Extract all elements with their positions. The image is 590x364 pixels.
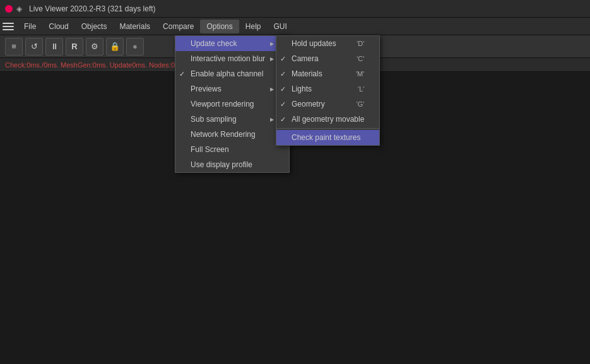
close-btn[interactable] bbox=[5, 5, 13, 13]
shortcut-label: 'C' bbox=[357, 55, 364, 62]
toolbar-menu-btn[interactable]: ≡ bbox=[5, 38, 23, 56]
shortcut-label: 'L' bbox=[358, 85, 364, 93]
menu-item-label: Previews bbox=[191, 85, 221, 93]
menu-item-use-display-profile[interactable]: Use display profile bbox=[175, 157, 289, 172]
checkmark-icon: ✓ bbox=[280, 70, 286, 78]
menu-item-label: Sub sampling bbox=[191, 115, 237, 124]
menu-item-camera[interactable]: ✓ Camera 'C' bbox=[276, 51, 379, 66]
menu-item-label: Enable alpha channel bbox=[191, 69, 263, 78]
checkmark-icon: ✓ bbox=[280, 115, 286, 124]
menu-item-lights[interactable]: ✓ Lights 'L' bbox=[276, 81, 379, 97]
menu-item-label: Interactive motion blur bbox=[191, 54, 265, 63]
title-bar: ◈ Live Viewer 2020.2-R3 (321 days left) bbox=[0, 0, 590, 18]
toolbar-circle-btn[interactable]: ● bbox=[126, 38, 144, 56]
menu-item-previews[interactable]: Previews bbox=[175, 81, 289, 97]
menu-item-label: Geometry bbox=[292, 100, 325, 109]
window-title: Live Viewer 2020.2-R3 (321 days left) bbox=[29, 4, 156, 13]
menu-item-materials[interactable]: ✓ Materials 'M' bbox=[276, 66, 379, 81]
menu-item-label: All geometry movable bbox=[292, 115, 364, 124]
menu-item-full-screen[interactable]: Full Screen bbox=[175, 142, 289, 157]
menu-item-enable-alpha-channel[interactable]: ✓ Enable alpha channel bbox=[175, 66, 289, 81]
menu-item-hold-updates[interactable]: Hold updates 'D' bbox=[276, 36, 379, 51]
toolbar-lock-btn[interactable]: 🔒 bbox=[106, 38, 124, 56]
menu-item-label: Full Screen bbox=[191, 145, 229, 154]
hamburger-menu[interactable] bbox=[3, 21, 14, 32]
checkmark-icon: ✓ bbox=[280, 55, 286, 63]
menu-options[interactable]: Options bbox=[200, 20, 239, 33]
menu-item-check-paint-textures[interactable]: Check paint textures bbox=[276, 130, 379, 145]
menu-help[interactable]: Help bbox=[239, 20, 268, 33]
menu-item-sub-sampling[interactable]: Sub sampling bbox=[175, 112, 289, 127]
options-dropdown: Update check Interactive motion blur ✓ E… bbox=[175, 35, 290, 173]
checkmark-icon: ✓ bbox=[179, 70, 185, 78]
toolbar-r-btn[interactable]: R bbox=[66, 38, 83, 56]
app-icon: ◈ bbox=[16, 4, 25, 13]
menu-item-label: Hold updates bbox=[292, 39, 336, 48]
update-check-submenu: Hold updates 'D' ✓ Camera 'C' ✓ Material… bbox=[276, 35, 380, 146]
checkmark-icon: ✓ bbox=[280, 100, 286, 109]
menu-item-all-geometry-movable[interactable]: ✓ All geometry movable bbox=[276, 112, 379, 127]
menu-item-label: Check paint textures bbox=[292, 133, 360, 142]
menu-gui[interactable]: GUI bbox=[267, 20, 293, 33]
menu-item-label: Update check bbox=[191, 39, 237, 48]
shortcut-label: 'D' bbox=[357, 40, 364, 47]
toolbar-settings-btn[interactable]: ⚙ bbox=[86, 38, 103, 56]
menu-item-geometry[interactable]: ✓ Geometry 'G' bbox=[276, 97, 379, 112]
menu-item-network-rendering[interactable]: Network Rendering bbox=[175, 127, 289, 142]
shortcut-label: 'M' bbox=[356, 70, 364, 78]
toolbar-pause-btn[interactable]: ⏸ bbox=[45, 38, 63, 56]
checkmark-icon: ✓ bbox=[280, 85, 286, 93]
menu-materials[interactable]: Materials bbox=[113, 20, 156, 33]
menu-item-viewport-rendering[interactable]: Viewport rendering bbox=[175, 97, 289, 112]
menu-item-update-check[interactable]: Update check bbox=[175, 36, 289, 51]
menu-item-label: Materials bbox=[292, 69, 322, 78]
shortcut-label: 'G' bbox=[357, 100, 365, 108]
menu-cloud[interactable]: Cloud bbox=[42, 20, 74, 33]
separator bbox=[276, 128, 379, 129]
menu-compare[interactable]: Compare bbox=[156, 20, 200, 33]
menu-item-label: Use display profile bbox=[191, 160, 252, 169]
menu-item-label: Lights bbox=[292, 85, 312, 93]
menu-item-label: Viewport rendering bbox=[191, 100, 254, 109]
menu-item-label: Network Rendering bbox=[191, 130, 256, 139]
menu-item-interactive-motion-blur[interactable]: Interactive motion blur bbox=[175, 51, 289, 66]
menu-bar: File Cloud Objects Materials Compare Opt… bbox=[0, 18, 590, 35]
menu-file[interactable]: File bbox=[18, 20, 42, 33]
status-text: Check:0ms./0ms. MeshGen:0ms. Update0ms. … bbox=[5, 61, 175, 69]
menu-item-label: Camera bbox=[292, 54, 319, 63]
menu-objects[interactable]: Objects bbox=[75, 20, 114, 33]
toolbar-refresh-btn[interactable]: ↺ bbox=[25, 38, 43, 56]
